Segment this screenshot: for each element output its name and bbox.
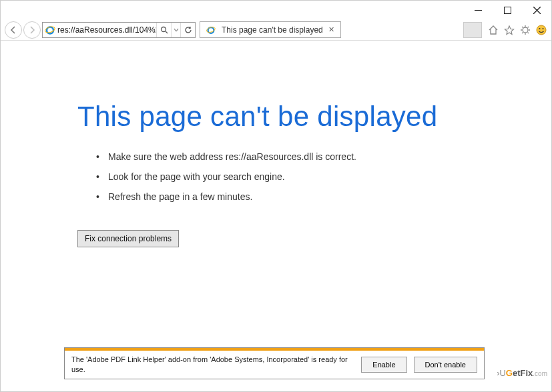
forward-button[interactable] [23,21,41,39]
favorites-icon[interactable] [503,24,515,36]
browser-toolbar: res://aaResources.dll/104%2 This page ca… [1,19,551,41]
watermark-text: ›U [497,368,506,378]
svg-point-20 [539,28,541,29]
addon-message: The 'Adobe PDF Link Helper' add-on from … [71,355,354,375]
enable-button[interactable]: Enable [361,357,406,373]
error-headline: This page can't be displayed [77,101,551,133]
svg-point-21 [543,28,544,29]
window-titlebar [1,1,551,19]
tab-close-button[interactable]: ✕ [327,25,336,35]
svg-point-10 [523,27,528,33]
smiley-icon[interactable] [535,24,547,36]
browser-tab[interactable]: This page can't be displayed ✕ [200,21,341,38]
svg-line-17 [522,32,523,33]
svg-point-19 [537,25,546,35]
suggestions-list: Make sure the web address res://aaResour… [108,151,551,202]
back-button[interactable] [5,21,22,39]
svg-line-16 [528,32,529,33]
new-tab-button[interactable] [463,22,482,38]
list-item: Look for the page with your search engin… [108,171,551,182]
fix-connection-button[interactable]: Fix connection problems [77,230,179,247]
svg-rect-1 [504,7,511,13]
refresh-button[interactable] [180,23,195,37]
list-item: Refresh the page in a few minutes. [108,191,551,202]
svg-line-15 [522,27,523,28]
ie-icon [45,25,55,35]
svg-point-6 [161,27,166,31]
address-text[interactable]: res://aaResources.dll/104%2 [57,25,156,35]
minimize-button[interactable] [463,1,493,19]
watermark: ›UGetFix.com [497,368,547,378]
dropdown-button[interactable] [171,23,180,37]
close-button[interactable] [522,1,551,19]
watermark-text: etFix [513,368,533,378]
search-button[interactable] [156,23,171,37]
home-icon[interactable] [487,24,499,36]
tools-icon[interactable] [519,24,531,36]
watermark-text: .com [533,370,547,377]
page-content: This page can't be displayed Make sure t… [1,41,551,247]
list-item: Make sure the web address res://aaResour… [108,151,551,162]
maximize-button[interactable] [493,1,522,19]
ie-icon [206,25,216,35]
watermark-text: G [506,368,513,378]
address-bar[interactable]: res://aaResources.dll/104%2 [42,22,196,38]
addon-notification-bar: The 'Adobe PDF Link Helper' add-on from … [64,347,485,379]
svg-line-7 [166,31,168,33]
dont-enable-button[interactable]: Don't enable [414,357,477,373]
toolbar-right [487,24,547,36]
tab-title: This page can't be displayed [222,25,323,35]
svg-line-18 [528,27,529,28]
